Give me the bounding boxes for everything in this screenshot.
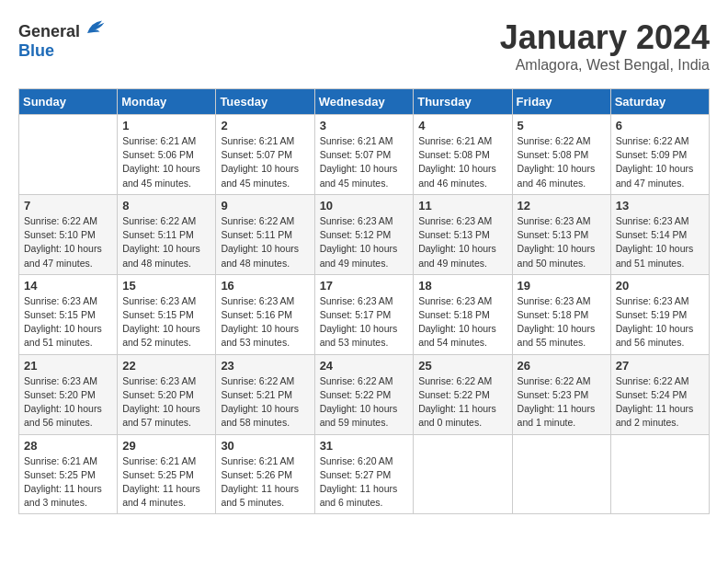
calendar-cell: 24Sunrise: 6:22 AMSunset: 5:22 PMDayligh… — [314, 354, 414, 434]
calendar-cell: 3Sunrise: 6:21 AMSunset: 5:07 PMDaylight… — [314, 115, 414, 195]
calendar-table: SundayMondayTuesdayWednesdayThursdayFrid… — [18, 88, 710, 514]
day-info: Sunrise: 6:23 AMSunset: 5:14 PMDaylight:… — [616, 214, 704, 270]
day-number: 31 — [320, 439, 409, 453]
day-info: Sunrise: 6:22 AMSunset: 5:21 PMDaylight:… — [221, 374, 309, 431]
calendar-cell — [19, 115, 118, 195]
calendar-cell: 20Sunrise: 6:23 AMSunset: 5:19 PMDayligh… — [610, 274, 709, 354]
calendar-cell — [610, 434, 709, 514]
day-number: 20 — [616, 279, 704, 293]
day-info: Sunrise: 6:23 AMSunset: 5:20 PMDaylight:… — [122, 374, 210, 431]
day-info: Sunrise: 6:23 AMSunset: 5:15 PMDaylight:… — [122, 294, 210, 350]
day-number: 14 — [24, 279, 112, 293]
calendar-cell: 6Sunrise: 6:22 AMSunset: 5:09 PMDaylight… — [610, 115, 709, 195]
day-info: Sunrise: 6:23 AMSunset: 5:18 PMDaylight:… — [518, 294, 606, 350]
day-info: Sunrise: 6:22 AMSunset: 5:09 PMDaylight:… — [616, 134, 704, 190]
calendar-week-row: 21Sunrise: 6:23 AMSunset: 5:20 PMDayligh… — [19, 354, 710, 434]
calendar-cell: 19Sunrise: 6:23 AMSunset: 5:18 PMDayligh… — [512, 274, 610, 354]
day-number: 3 — [320, 119, 409, 132]
day-number: 1 — [122, 119, 210, 132]
calendar-cell: 9Sunrise: 6:22 AMSunset: 5:11 PMDaylight… — [216, 194, 314, 274]
day-number: 21 — [24, 359, 112, 373]
calendar-cell: 7Sunrise: 6:22 AMSunset: 5:10 PMDaylight… — [19, 194, 118, 274]
day-number: 24 — [320, 359, 409, 373]
day-info: Sunrise: 6:23 AMSunset: 5:13 PMDaylight:… — [518, 214, 606, 270]
calendar-cell: 17Sunrise: 6:23 AMSunset: 5:17 PMDayligh… — [314, 274, 414, 354]
day-info: Sunrise: 6:22 AMSunset: 5:22 PMDaylight:… — [320, 374, 409, 431]
day-info: Sunrise: 6:21 AMSunset: 5:07 PMDaylight:… — [221, 134, 309, 190]
calendar-cell: 2Sunrise: 6:21 AMSunset: 5:07 PMDaylight… — [216, 115, 314, 195]
calendar-cell: 16Sunrise: 6:23 AMSunset: 5:16 PMDayligh… — [216, 274, 314, 354]
calendar-week-row: 28Sunrise: 6:21 AMSunset: 5:25 PMDayligh… — [19, 434, 710, 514]
day-number: 12 — [518, 199, 606, 213]
day-info: Sunrise: 6:21 AMSunset: 5:25 PMDaylight:… — [122, 454, 210, 511]
day-number: 11 — [418, 199, 506, 213]
day-info: Sunrise: 6:23 AMSunset: 5:18 PMDaylight:… — [418, 294, 506, 350]
day-info: Sunrise: 6:23 AMSunset: 5:12 PMDaylight:… — [320, 214, 409, 270]
day-of-week-header: Saturday — [610, 89, 709, 115]
day-number: 29 — [122, 439, 210, 453]
calendar-header-row: SundayMondayTuesdayWednesdayThursdayFrid… — [19, 89, 710, 115]
day-info: Sunrise: 6:23 AMSunset: 5:19 PMDaylight:… — [616, 294, 704, 350]
day-info: Sunrise: 6:20 AMSunset: 5:27 PMDaylight:… — [320, 454, 409, 511]
day-number: 27 — [616, 359, 704, 373]
day-number: 4 — [418, 119, 506, 132]
day-number: 26 — [518, 359, 606, 373]
day-number: 28 — [24, 439, 112, 453]
day-info: Sunrise: 6:22 AMSunset: 5:23 PMDaylight:… — [518, 374, 606, 431]
day-number: 6 — [616, 119, 704, 132]
day-number: 5 — [518, 119, 606, 132]
calendar-cell: 8Sunrise: 6:22 AMSunset: 5:11 PMDaylight… — [118, 194, 216, 274]
location-subtitle: Amlagora, West Bengal, India — [500, 57, 710, 74]
day-number: 8 — [122, 199, 210, 213]
title-area: January 2024 Amlagora, West Bengal, Indi… — [500, 18, 710, 74]
calendar-cell: 23Sunrise: 6:22 AMSunset: 5:21 PMDayligh… — [216, 354, 314, 434]
day-number: 25 — [418, 359, 506, 373]
day-of-week-header: Friday — [512, 89, 610, 115]
calendar-cell: 15Sunrise: 6:23 AMSunset: 5:15 PMDayligh… — [118, 274, 216, 354]
day-number: 22 — [122, 359, 210, 373]
logo-bird-icon — [84, 18, 106, 37]
day-info: Sunrise: 6:22 AMSunset: 5:10 PMDaylight:… — [24, 214, 112, 270]
calendar-cell: 30Sunrise: 6:21 AMSunset: 5:26 PMDayligh… — [216, 434, 314, 514]
day-number: 30 — [221, 439, 309, 453]
day-number: 16 — [221, 279, 309, 293]
calendar-cell: 5Sunrise: 6:22 AMSunset: 5:08 PMDaylight… — [512, 115, 610, 195]
day-info: Sunrise: 6:23 AMSunset: 5:20 PMDaylight:… — [24, 374, 112, 431]
day-info: Sunrise: 6:23 AMSunset: 5:15 PMDaylight:… — [24, 294, 112, 350]
day-number: 10 — [320, 199, 409, 213]
logo: General Blue — [18, 18, 106, 61]
day-info: Sunrise: 6:22 AMSunset: 5:22 PMDaylight:… — [418, 374, 506, 431]
day-info: Sunrise: 6:21 AMSunset: 5:07 PMDaylight:… — [320, 134, 409, 190]
day-number: 17 — [320, 279, 409, 293]
day-of-week-header: Monday — [118, 89, 216, 115]
day-of-week-header: Tuesday — [216, 89, 314, 115]
day-info: Sunrise: 6:23 AMSunset: 5:17 PMDaylight:… — [320, 294, 409, 350]
logo-text: General Blue — [18, 18, 106, 61]
day-number: 2 — [221, 119, 309, 132]
calendar-cell: 13Sunrise: 6:23 AMSunset: 5:14 PMDayligh… — [610, 194, 709, 274]
calendar-cell: 28Sunrise: 6:21 AMSunset: 5:25 PMDayligh… — [19, 434, 118, 514]
day-number: 13 — [616, 199, 704, 213]
day-info: Sunrise: 6:22 AMSunset: 5:11 PMDaylight:… — [122, 214, 210, 270]
day-info: Sunrise: 6:22 AMSunset: 5:24 PMDaylight:… — [616, 374, 704, 431]
day-info: Sunrise: 6:21 AMSunset: 5:25 PMDaylight:… — [24, 454, 112, 511]
page-header: General Blue January 2024 Amlagora, West… — [18, 18, 710, 74]
day-info: Sunrise: 6:23 AMSunset: 5:16 PMDaylight:… — [221, 294, 309, 350]
calendar-cell: 22Sunrise: 6:23 AMSunset: 5:20 PMDayligh… — [118, 354, 216, 434]
day-number: 23 — [221, 359, 309, 373]
day-number: 18 — [418, 279, 506, 293]
calendar-cell: 21Sunrise: 6:23 AMSunset: 5:20 PMDayligh… — [19, 354, 118, 434]
day-of-week-header: Sunday — [19, 89, 118, 115]
logo-general: General — [18, 22, 80, 40]
day-of-week-header: Wednesday — [314, 89, 414, 115]
day-info: Sunrise: 6:21 AMSunset: 5:26 PMDaylight:… — [221, 454, 309, 511]
calendar-cell: 29Sunrise: 6:21 AMSunset: 5:25 PMDayligh… — [118, 434, 216, 514]
calendar-cell: 12Sunrise: 6:23 AMSunset: 5:13 PMDayligh… — [512, 194, 610, 274]
calendar-cell — [414, 434, 512, 514]
day-info: Sunrise: 6:23 AMSunset: 5:13 PMDaylight:… — [418, 214, 506, 270]
day-number: 19 — [518, 279, 606, 293]
day-info: Sunrise: 6:22 AMSunset: 5:11 PMDaylight:… — [221, 214, 309, 270]
day-info: Sunrise: 6:21 AMSunset: 5:08 PMDaylight:… — [418, 134, 506, 190]
calendar-cell: 4Sunrise: 6:21 AMSunset: 5:08 PMDaylight… — [414, 115, 512, 195]
day-number: 15 — [122, 279, 210, 293]
